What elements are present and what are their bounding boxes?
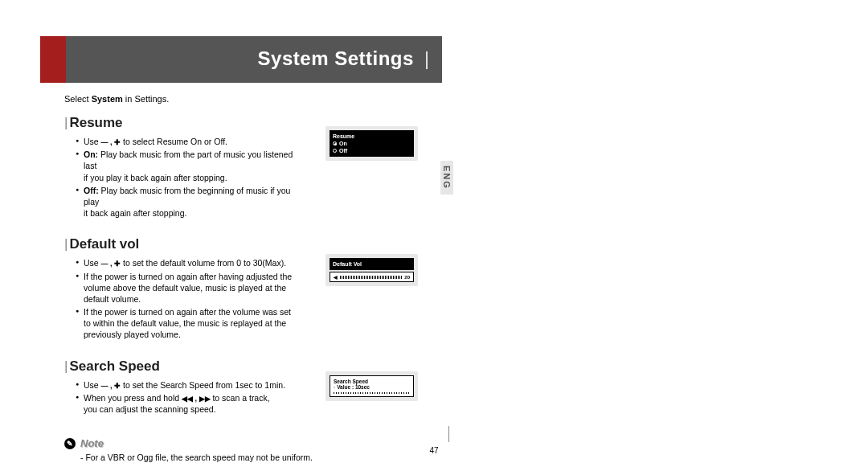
speaker-icon: ◀: [334, 274, 338, 280]
page-number: 47: [0, 446, 868, 455]
page-title: System Settings: [258, 47, 428, 70]
bullet-item: Use — , ✚ to set the default volume from…: [76, 257, 297, 268]
device-screen: Default Vol: [330, 258, 414, 270]
device-panel-resume: Resume On Off: [326, 126, 418, 161]
section-resume: |Resume Resume On Off Use — , ✚ to selec…: [64, 115, 442, 219]
bullet-list: Use — , ✚ to set the Search Speed from 1…: [64, 379, 297, 416]
device-panel-volume: Default Vol ◀ 20: [326, 254, 418, 286]
language-tab: ENG: [440, 161, 453, 195]
bullet-list: Use — , ✚ to select Resume On or Off. On…: [64, 136, 297, 219]
intro-text: Select System in Settings.: [64, 94, 442, 104]
bullet-item: Off: Play back music from the beginning …: [76, 185, 297, 219]
bullet-item: If the power is turned on again after ha…: [76, 271, 297, 305]
device-panel-search-speed: Search Speed ◦ Value : 10sec: [326, 371, 418, 402]
device-screen: Search Speed ◦ Value : 10sec: [330, 375, 414, 398]
device-screen: Resume On Off: [330, 130, 414, 157]
minus-plus-icon: — , ✚: [101, 137, 121, 147]
bullet-item: Use — , ✚ to select Resume On or Off.: [76, 136, 297, 147]
page-number-divider: [448, 426, 449, 442]
bullet-list: Use — , ✚ to set the default volume from…: [64, 257, 297, 340]
section-heading: |Default vol: [64, 236, 442, 252]
section-default-vol: |Default vol Default Vol ◀ 20 Use — , ✚ …: [64, 236, 442, 340]
minus-plus-icon: — , ✚: [101, 381, 121, 391]
header-accent: [40, 36, 66, 83]
radio-on-icon: [333, 141, 337, 145]
volume-slider: ◀ 20: [330, 272, 414, 282]
bullet-item: When you press and hold ◀◀ , ▶▶ to scan …: [76, 392, 297, 415]
scale-icon: [334, 392, 410, 394]
header-band: System Settings: [40, 36, 442, 83]
rew-ffwd-icon: ◀◀ , ▶▶: [182, 394, 211, 403]
bullet-item: On: Play back music from the part of mus…: [76, 149, 297, 183]
manual-page: System Settings ENG Select System in Set…: [40, 36, 442, 462]
bullet-item: If the power is turned on again after th…: [76, 306, 297, 341]
bullet-item: Use — , ✚ to set the Search Speed from 1…: [76, 379, 297, 391]
minus-plus-icon: — , ✚: [101, 259, 121, 268]
section-search-speed: |Search Speed Search Speed ◦ Value : 10s…: [64, 358, 442, 416]
radio-off-icon: [333, 149, 337, 153]
volume-bar: [340, 276, 402, 279]
title-divider: [426, 51, 428, 69]
